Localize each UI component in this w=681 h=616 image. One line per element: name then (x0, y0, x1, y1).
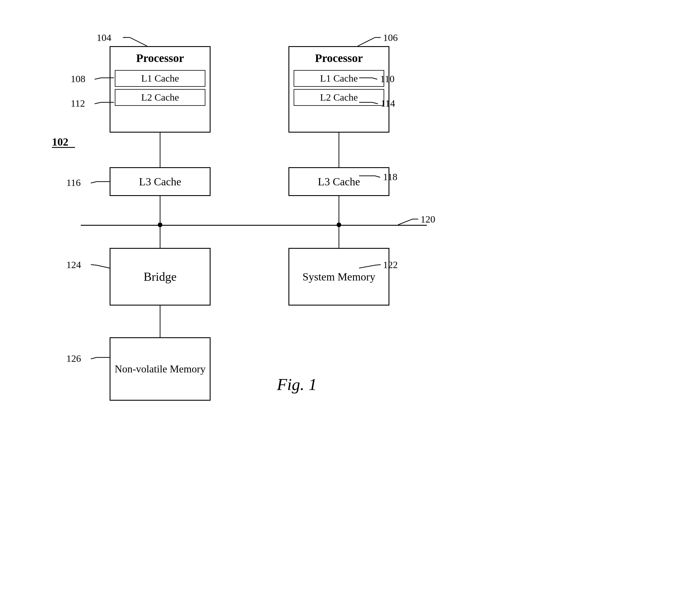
bridge-box: Bridge (109, 248, 210, 305)
ref-102-label: 102 (52, 135, 68, 148)
l1-cache-left-box: L1 Cache (115, 70, 205, 87)
l2-cache-left-label: L2 Cache (141, 92, 179, 103)
svg-text:124: 124 (66, 260, 81, 270)
l2-cache-right-box: L2 Cache (294, 89, 384, 106)
l2-cache-right-label: L2 Cache (320, 92, 358, 103)
ref-102-underline (52, 147, 75, 148)
figure-label: Fig. 1 (277, 375, 317, 394)
processor-right-box: Processor L1 Cache L2 Cache (288, 46, 389, 133)
svg-text:126: 126 (66, 353, 81, 364)
svg-text:112: 112 (71, 98, 85, 109)
l1-cache-right-box: L1 Cache (294, 70, 384, 87)
l1-cache-right-label: L1 Cache (320, 73, 358, 84)
system-memory-label: System Memory (303, 270, 375, 283)
processor-left-label: Processor (110, 47, 210, 68)
svg-text:106: 106 (383, 32, 398, 43)
svg-text:116: 116 (66, 177, 81, 188)
l3-cache-right-box: L3 Cache (288, 167, 389, 196)
l1-cache-left-label: L1 Cache (141, 73, 179, 84)
l3-cache-left-label: L3 Cache (139, 175, 181, 188)
system-memory-box: System Memory (288, 248, 389, 305)
nvm-box: Non-volatile Memory (109, 337, 210, 401)
nvm-label: Non-volatile Memory (115, 362, 206, 376)
diagram-container: 102 Processor L1 Cache L2 Cache Processo… (52, 29, 600, 591)
processor-left-box: Processor L1 Cache L2 Cache (109, 46, 210, 133)
svg-text:104: 104 (97, 32, 111, 43)
system-bus-line (81, 225, 427, 226)
l3-cache-right-label: L3 Cache (318, 175, 360, 188)
l2-cache-left-box: L2 Cache (115, 89, 205, 106)
bridge-label: Bridge (144, 270, 177, 284)
l3-cache-left-box: L3 Cache (109, 167, 210, 196)
svg-text:120: 120 (421, 214, 435, 224)
svg-text:108: 108 (71, 74, 85, 84)
processor-right-label: Processor (289, 47, 388, 68)
